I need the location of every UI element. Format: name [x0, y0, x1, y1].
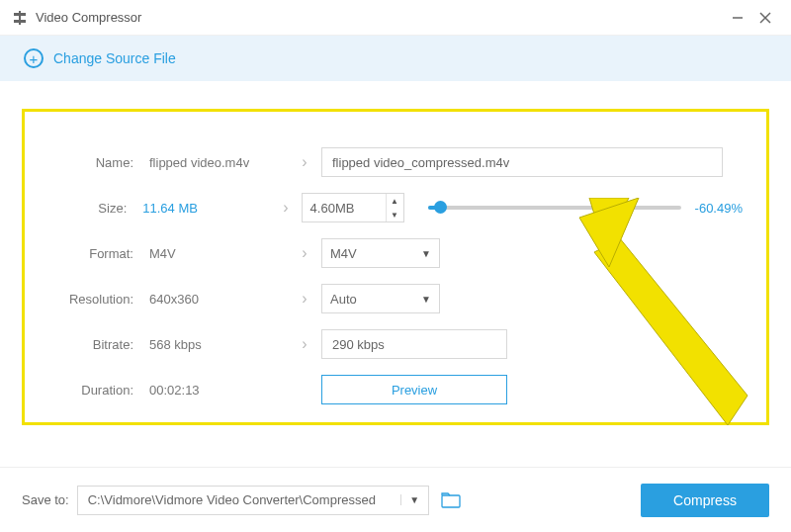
- size-up-button[interactable]: ▲: [387, 194, 403, 208]
- size-down-button[interactable]: ▼: [387, 208, 403, 222]
- row-name: Name: flipped video.m4v ›: [48, 139, 743, 185]
- preview-button[interactable]: Preview: [321, 375, 507, 404]
- row-resolution: Resolution: 640x360 › Auto ▼: [48, 276, 743, 321]
- compress-button[interactable]: Compress: [641, 484, 769, 517]
- duration-label: Duration:: [48, 383, 139, 398]
- format-select-value: M4V: [330, 246, 357, 261]
- bitrate-original: 568 kbps: [139, 337, 288, 352]
- plus-icon: +: [24, 48, 44, 68]
- minimize-button[interactable]: [724, 4, 751, 32]
- row-duration: Duration: 00:02:13 › Preview: [48, 367, 743, 412]
- size-slider-thumb[interactable]: [434, 201, 447, 214]
- resolution-select[interactable]: Auto ▼: [321, 284, 440, 313]
- change-source-button[interactable]: + Change Source File: [24, 48, 176, 68]
- chevron-right-icon: ›: [270, 199, 301, 217]
- size-original: 11.64 MB: [132, 201, 270, 216]
- duration-value: 00:02:13: [139, 383, 288, 398]
- app-icon: [12, 10, 28, 26]
- chevron-right-icon: ›: [288, 244, 321, 262]
- row-size: Size: 11.64 MB › 4.60MB ▲ ▼ -60.49%: [48, 185, 743, 230]
- open-folder-button[interactable]: [439, 490, 463, 510]
- format-select[interactable]: M4V ▼: [321, 238, 440, 268]
- size-slider-wrap: -60.49%: [428, 201, 743, 216]
- save-to-label: Save to:: [22, 492, 69, 507]
- row-bitrate: Bitrate: 568 kbps ›: [48, 321, 743, 367]
- save-path-dropdown-button[interactable]: ▼: [400, 494, 428, 505]
- caret-down-icon: ▼: [421, 294, 431, 305]
- size-slider[interactable]: [428, 206, 681, 210]
- format-original: M4V: [139, 246, 288, 261]
- window-title: Video Compressor: [36, 10, 724, 25]
- format-label: Format:: [48, 246, 139, 261]
- chevron-right-icon: ›: [288, 153, 321, 171]
- size-spinner[interactable]: 4.60MB ▲ ▼: [302, 193, 404, 222]
- resolution-select-value: Auto: [330, 292, 357, 307]
- name-label: Name:: [48, 155, 139, 170]
- change-source-label: Change Source File: [53, 50, 176, 66]
- row-format: Format: M4V › M4V ▼: [48, 230, 743, 276]
- title-bar: Video Compressor: [0, 0, 791, 36]
- folder-icon: [441, 492, 461, 508]
- size-label: Size:: [48, 201, 132, 216]
- resolution-label: Resolution:: [48, 292, 139, 307]
- size-output-value: 4.60MB: [303, 201, 386, 216]
- resolution-original: 640x360: [139, 292, 288, 307]
- settings-panel: Name: flipped video.m4v › Size: 11.64 MB…: [22, 109, 769, 425]
- source-bar: + Change Source File: [0, 36, 791, 81]
- bottom-bar: Save to: C:\Vidmore\Vidmore Video Conver…: [0, 467, 791, 532]
- output-name-input[interactable]: [321, 147, 723, 177]
- name-original: flipped video.m4v: [139, 155, 288, 170]
- svg-rect-8: [442, 495, 460, 507]
- chevron-right-icon: ›: [288, 335, 321, 353]
- chevron-right-icon: ›: [288, 290, 321, 308]
- bitrate-label: Bitrate:: [48, 337, 139, 352]
- save-path-text: C:\Vidmore\Vidmore Video Converter\Compr…: [78, 492, 400, 507]
- close-button[interactable]: [751, 4, 779, 32]
- bitrate-input[interactable]: [321, 329, 507, 359]
- caret-down-icon: ▼: [421, 248, 431, 259]
- svg-rect-2: [19, 11, 21, 25]
- size-percent: -60.49%: [695, 201, 743, 216]
- save-path-select[interactable]: C:\Vidmore\Vidmore Video Converter\Compr…: [77, 486, 429, 515]
